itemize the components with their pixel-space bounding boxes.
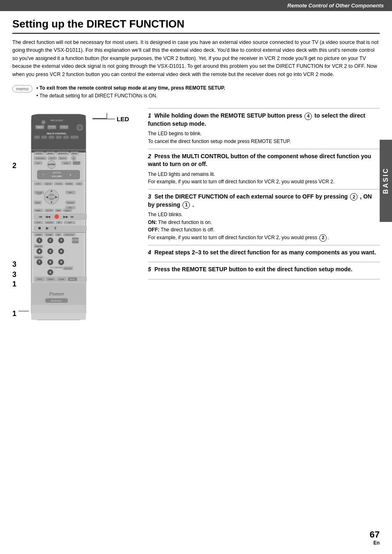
svg-text:OPERATION: OPERATION <box>36 127 44 128</box>
memo-line1: • To exit from the remote control setup … <box>37 84 225 92</box>
svg-text:RECEIVER: RECEIVER <box>51 119 63 122</box>
svg-text:CHANEL −: CHANEL − <box>36 210 42 212</box>
page-title: Setting up the DIRECT FUNCTION <box>12 18 380 34</box>
svg-text:STRETCH SEL: STRETCH SEL <box>65 234 74 236</box>
svg-text:AUDIO: AUDIO <box>36 202 40 204</box>
svg-text:1: 1 <box>39 239 40 242</box>
header-bar: Remote Control of Other Components <box>0 0 392 11</box>
svg-text:RF ATT: RF ATT <box>37 222 41 224</box>
svg-text:7: 7 <box>39 261 40 264</box>
remote-num-1a: 1 <box>12 280 16 289</box>
svg-text:CLASS: CLASS <box>68 222 72 224</box>
svg-text:VOLUME: VOLUME <box>59 279 64 280</box>
svg-text:+: + <box>69 173 72 177</box>
svg-rect-20 <box>63 136 69 139</box>
svg-text:TEXT OFF: TEXT OFF <box>46 210 52 212</box>
step-1-header: 1 While holding down the REMOTE SETUP bu… <box>148 112 380 128</box>
svg-text:Pioneer: Pioneer <box>48 292 65 297</box>
svg-text:CHANEL +: CHANEL + <box>65 210 71 212</box>
step-2-body: The LED lights and remains lit. For exam… <box>148 171 380 186</box>
svg-text:MPX: MPX <box>58 222 60 224</box>
svg-text:◀: ◀ <box>46 195 48 199</box>
remote-area: LED 2 3 3 1 1 <box>12 108 119 327</box>
svg-text:SURROUND: SURROUND <box>36 158 44 159</box>
svg-rect-106 <box>31 232 85 233</box>
svg-text:5: 5 <box>49 250 51 253</box>
svg-text:SETUP: SETUP <box>37 194 41 195</box>
svg-text:6: 6 <box>60 250 62 253</box>
svg-rect-22 <box>31 150 85 150</box>
svg-text:⏸: ⏸ <box>53 226 57 231</box>
svg-point-4 <box>42 120 46 125</box>
two-col-layout: LED 2 3 3 1 1 <box>12 108 380 327</box>
svg-text:▲: ▲ <box>73 158 75 160</box>
page-lang: En <box>370 540 380 546</box>
header-title: Remote Control of Other Components <box>287 2 384 9</box>
svg-text:REMOTE: REMOTE <box>70 279 75 280</box>
svg-rect-17 <box>42 136 47 139</box>
num1-pointer-line <box>18 308 31 314</box>
remote-num-3a: 3 <box>12 260 16 269</box>
svg-text:TEXT ON: TEXT ON <box>56 183 62 185</box>
svg-text:▶▶: ▶▶ <box>63 215 69 219</box>
svg-text:▶: ▶ <box>46 226 49 231</box>
svg-text:MENU: MENU <box>65 163 69 164</box>
circle-4: 4 <box>304 113 312 120</box>
remote-svg: RECEIVER MULTI OPERATION SYSTEM SOURCE M… <box>21 112 97 326</box>
led-pointer-line <box>92 112 117 125</box>
svg-text:TUNE +: TUNE + <box>68 192 73 194</box>
step-4-header: 4 Repeat steps 2–3 to set the direct fun… <box>148 249 380 257</box>
step-1-body: The LED begins to blink. To cancel the d… <box>148 130 380 145</box>
step-2: 2 Press the MULTI CONTROL button of the … <box>148 149 380 189</box>
step-5-header: 5 Press the REMOTE SETUP button to exit … <box>148 265 380 274</box>
step-5: 5 Press the REMOTE SETUP button to exit … <box>148 262 380 279</box>
svg-text:4: 4 <box>39 250 40 253</box>
svg-text:0: 0 <box>49 271 51 274</box>
memo-line2: • The default setting for all DIRECT FUN… <box>37 92 225 100</box>
circle-1: 1 <box>182 201 190 209</box>
svg-text:TONE: TONE <box>57 234 60 236</box>
svg-rect-21 <box>70 136 78 139</box>
step-3-header: 3 Set the DIRECT FUNCTION of each extern… <box>148 193 380 209</box>
svg-text:ENTER: ENTER <box>48 164 55 166</box>
svg-text:SELECT: SELECT <box>37 279 42 280</box>
svg-text:RECEIVER: RECEIVER <box>51 300 62 302</box>
svg-rect-51 <box>31 181 85 181</box>
svg-rect-45 <box>73 162 80 165</box>
memo-box: memo • To exit from the remote control s… <box>12 84 380 100</box>
remote-num-3b: 3 <box>12 270 16 279</box>
svg-text:TV CONTROL: TV CONTROL <box>50 267 63 269</box>
svg-text:GUIDE: GUIDE <box>77 183 81 185</box>
svg-text:BAND: BAND <box>57 210 60 212</box>
memo-content: • To exit from the remote control setup … <box>37 84 225 100</box>
svg-text:LOU/MEM: LOU/MEM <box>46 234 52 236</box>
svg-text:INPUT: INPUT <box>72 152 77 155</box>
svg-text:VOLUME: VOLUME <box>52 175 62 178</box>
svg-text:−: − <box>42 172 45 177</box>
svg-text:ENTER: ENTER <box>48 196 55 198</box>
svg-text:SIGNAL SEL: SIGNAL SEL <box>35 246 42 247</box>
right-column: 1 While holding down the REMOTE SETUP bu… <box>148 108 380 327</box>
svg-text:DIMMER: DIMMER <box>36 234 41 236</box>
svg-text:SUB TITLE: SUB TITLE <box>65 268 72 270</box>
step-3: 3 Set the DIRECT FUNCTION of each extern… <box>148 189 380 245</box>
step-4: 4 Repeat steps 2–3 to set the direct fun… <box>148 245 380 262</box>
page-num: 67 <box>370 529 380 540</box>
svg-text:MASTER: MASTER <box>53 172 61 174</box>
main-content: Setting up the DIRECT FUNCTION The direc… <box>0 11 392 335</box>
step-3-body: The LED blinks. ON: The direct function … <box>148 211 380 242</box>
svg-text:LAST DIF: LAST DIF <box>46 183 51 185</box>
step-2-header: 2 Press the MULTI CONTROL button of the … <box>148 152 380 169</box>
circle-2b: 2 <box>319 234 327 242</box>
svg-text:BD CD: BD CD <box>50 158 55 159</box>
svg-text:MULTI CONTROL: MULTI CONTROL <box>47 132 67 135</box>
svg-text:D.ACCESS: D.ACCESS <box>46 222 53 224</box>
svg-text:SYSTEM: SYSTEM <box>48 126 55 128</box>
svg-text:ACOUSTIC: ACOUSTIC <box>59 152 67 155</box>
led-label: LED <box>117 115 129 122</box>
svg-text:⏮: ⏮ <box>39 215 42 219</box>
svg-text:3: 3 <box>60 239 62 242</box>
page-number-area: 67 En <box>370 529 380 546</box>
svg-rect-3 <box>31 132 85 152</box>
svg-text:9: 9 <box>60 261 62 264</box>
